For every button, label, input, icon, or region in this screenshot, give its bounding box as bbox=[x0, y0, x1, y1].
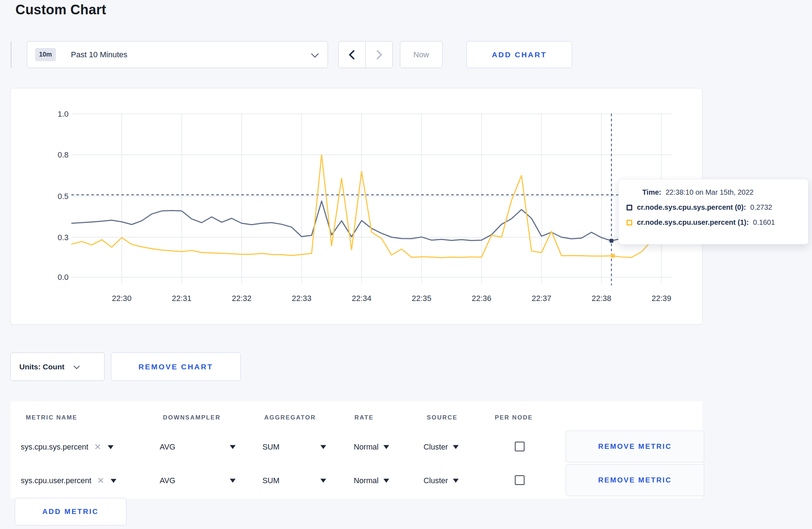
tooltip-series-label: cr.node.sys.cpu.user.percent (1): bbox=[637, 218, 749, 227]
cpu-usage-chart[interactable]: 0.00.30.50.81.022:3022:3122:3222:3322:34… bbox=[11, 88, 702, 324]
x-axis-tick-label: 22:31 bbox=[172, 294, 192, 303]
caret-down-icon[interactable] bbox=[111, 479, 116, 483]
chevron-down-icon bbox=[74, 363, 80, 369]
col-header-aggregator: AGGREGATOR bbox=[264, 414, 316, 421]
step-forward-button[interactable] bbox=[366, 42, 392, 68]
page-title: Custom Chart bbox=[15, 2, 106, 18]
remove-chart-button[interactable]: REMOVE CHART bbox=[111, 353, 241, 381]
caret-down-icon[interactable] bbox=[108, 445, 113, 449]
metrics-table: METRIC NAME DOWNSAMPLER AGGREGATOR RATE … bbox=[10, 401, 702, 499]
x-axis-tick-label: 22:37 bbox=[532, 294, 551, 303]
add-metric-button[interactable]: ADD METRIC bbox=[15, 498, 126, 525]
caret-down-icon[interactable] bbox=[320, 479, 326, 483]
caret-down-icon[interactable] bbox=[320, 445, 326, 449]
col-header-source: SOURCE bbox=[427, 414, 458, 421]
x-axis-tick-label: 22:32 bbox=[232, 294, 252, 303]
hover-point-dot bbox=[611, 254, 615, 258]
toolbar-divider bbox=[11, 42, 11, 68]
per-node-checkbox[interactable] bbox=[515, 475, 525, 485]
y-axis-tick-label: 0.8 bbox=[58, 150, 68, 159]
source-value: Cluster bbox=[424, 443, 448, 452]
clear-metric-icon[interactable]: ✕ bbox=[94, 442, 101, 452]
time-range-dropdown[interactable]: 10m Past 10 Minutes bbox=[27, 41, 328, 68]
source-select[interactable]: Cluster bbox=[424, 476, 459, 485]
caret-down-icon[interactable] bbox=[230, 445, 236, 449]
x-axis-tick-label: 22:30 bbox=[112, 294, 132, 303]
col-header-downsampler: DOWNSAMPLER bbox=[163, 414, 221, 421]
per-node-checkbox[interactable] bbox=[515, 442, 525, 451]
metric-name-select[interactable]: sys.cpu.user.percent ✕ bbox=[21, 476, 116, 486]
hover-point-dot bbox=[609, 239, 613, 243]
col-header-per-node: PER NODE bbox=[495, 414, 533, 421]
time-range-badge: 10m bbox=[35, 48, 56, 61]
remove-metric-button[interactable]: REMOVE METRIC bbox=[566, 464, 704, 496]
caret-down-icon[interactable] bbox=[453, 445, 459, 449]
tooltip-time-value: 22:38:10 on Mar 15th, 2022 bbox=[666, 188, 754, 196]
step-back-button[interactable] bbox=[339, 42, 366, 68]
tooltip-series-row: cr.node.sys.cpu.user.percent (1): 0.1601 bbox=[627, 218, 799, 227]
downsampler-select[interactable]: AVG bbox=[160, 443, 175, 452]
sys-series-swatch-icon bbox=[627, 205, 632, 210]
source-select[interactable]: Cluster bbox=[424, 443, 459, 452]
clear-metric-icon[interactable]: ✕ bbox=[97, 476, 104, 486]
tooltip-series-label: cr.node.sys.cpu.sys.percent (0): bbox=[637, 203, 746, 212]
chart-card: 0.00.30.50.81.022:3022:3122:3222:3322:34… bbox=[10, 88, 702, 325]
user-series-swatch-icon bbox=[627, 220, 632, 225]
x-axis-tick-label: 22:33 bbox=[292, 294, 311, 303]
sys-series-line bbox=[72, 201, 661, 241]
metric-name-value: sys.cpu.sys.percent bbox=[21, 443, 88, 452]
caret-down-icon[interactable] bbox=[383, 479, 389, 483]
x-axis-tick-label: 22:34 bbox=[352, 294, 372, 303]
tooltip-time-row: Time:22:38:10 on Mar 15th, 2022 bbox=[642, 188, 799, 196]
metric-name-value: sys.cpu.user.percent bbox=[21, 476, 91, 485]
units-dropdown[interactable]: Units: Count bbox=[10, 353, 105, 381]
units-label: Units: Count bbox=[19, 363, 64, 371]
x-axis-tick-label: 22:36 bbox=[472, 294, 492, 303]
x-axis-tick-label: 22:38 bbox=[591, 294, 611, 303]
x-axis-tick-label: 22:39 bbox=[652, 294, 671, 303]
rate-select[interactable]: Normal bbox=[354, 443, 389, 452]
aggregator-select[interactable]: SUM bbox=[262, 476, 280, 485]
col-header-metric-name: METRIC NAME bbox=[26, 414, 77, 421]
rate-value: Normal bbox=[354, 443, 378, 452]
add-chart-button[interactable]: ADD CHART bbox=[467, 41, 572, 68]
user-series-line bbox=[72, 155, 661, 257]
y-axis-tick-label: 1.0 bbox=[58, 110, 68, 118]
caret-down-icon[interactable] bbox=[383, 445, 389, 449]
y-axis-tick-label: 0.5 bbox=[58, 192, 68, 201]
metric-row: sys.cpu.user.percent ✕ AVG SUM Normal Cl… bbox=[10, 464, 702, 497]
caret-down-icon[interactable] bbox=[453, 479, 459, 483]
tooltip-time-label: Time: bbox=[642, 188, 661, 196]
caret-down-icon[interactable] bbox=[230, 479, 236, 483]
chevron-down-icon bbox=[311, 50, 319, 58]
rate-select[interactable]: Normal bbox=[354, 476, 389, 485]
y-axis-tick-label: 0.0 bbox=[58, 273, 68, 282]
chevron-left-icon bbox=[347, 49, 357, 60]
tooltip-series-value: 0.1601 bbox=[753, 218, 775, 227]
remove-metric-button[interactable]: REMOVE METRIC bbox=[566, 431, 704, 462]
downsampler-select[interactable]: AVG bbox=[160, 476, 175, 485]
now-button[interactable]: Now bbox=[400, 41, 443, 68]
y-axis-tick-label: 0.3 bbox=[58, 233, 68, 242]
time-step-buttons bbox=[338, 41, 393, 68]
time-range-label: Past 10 Minutes bbox=[71, 50, 127, 59]
aggregator-select[interactable]: SUM bbox=[262, 443, 280, 452]
col-header-rate: RATE bbox=[354, 414, 374, 421]
rate-value: Normal bbox=[354, 476, 378, 485]
chart-hover-tooltip: Time:22:38:10 on Mar 15th, 2022 cr.node.… bbox=[618, 179, 808, 244]
tooltip-series-row: cr.node.sys.cpu.sys.percent (0): 0.2732 bbox=[627, 203, 799, 212]
metric-name-select[interactable]: sys.cpu.sys.percent ✕ bbox=[21, 442, 113, 452]
source-value: Cluster bbox=[424, 476, 448, 485]
x-axis-tick-label: 22:35 bbox=[412, 294, 431, 303]
chevron-right-icon bbox=[374, 49, 384, 60]
metric-row: sys.cpu.sys.percent ✕ AVG SUM Normal Clu… bbox=[10, 431, 702, 464]
tooltip-series-value: 0.2732 bbox=[750, 203, 772, 212]
